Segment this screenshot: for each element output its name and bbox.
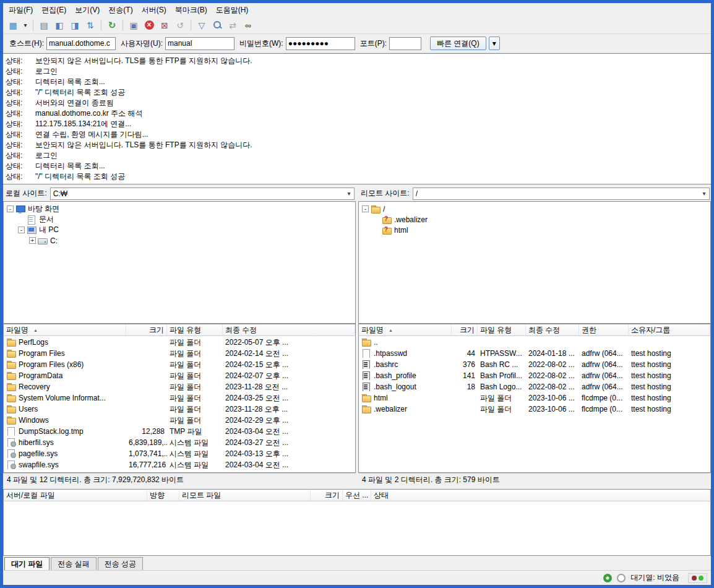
toggle-queue-icon[interactable]: ⇅ [83, 19, 98, 32]
column-header-remote-file[interactable]: 리모트 파일 [179, 490, 311, 501]
column-header-filename[interactable]: 파일명▲ [359, 324, 452, 335]
remote-path-combo[interactable]: / ▾ [413, 188, 710, 200]
filter-icon[interactable]: ▽ [194, 19, 209, 32]
local-directory-tree[interactable]: 바탕 화면 문서 내 PC [3, 201, 356, 324]
toggle-log-icon[interactable]: ▤ [37, 19, 51, 32]
speed-limit-icon[interactable] [617, 574, 626, 582]
table-row[interactable]: swapfile.sys 16,777,216 시스템 파일 2024-03-0… [4, 459, 355, 470]
table-row[interactable]: html 파일 폴더 2023-10-06 ... flcdmpe (0... … [359, 392, 710, 404]
table-row[interactable]: .htpasswd 44 HTPASSW... 2024-01-18 ... a… [359, 348, 710, 359]
table-row[interactable]: DumpStack.log.tmp 12,288 TMP 파일 2024-03-… [4, 426, 355, 437]
username-input[interactable] [165, 37, 234, 50]
tree-item[interactable]: html [360, 225, 709, 235]
tree-item[interactable]: / [360, 204, 709, 214]
tree-expander-icon[interactable] [362, 205, 369, 212]
table-row[interactable]: .bashrc 376 Bash RC ... 2022-08-02 ... a… [359, 359, 710, 370]
toggle-remote-tree-icon[interactable]: ◨ [67, 19, 82, 32]
file-name: Recovery [19, 383, 50, 391]
menu-item[interactable]: 북마크(B) [171, 3, 212, 17]
message-log[interactable]: 상태: 보안되지 않은 서버입니다. TLS를 통한 FTP를 지원하지 않습니… [3, 53, 711, 184]
parent-folder-icon [361, 338, 371, 347]
menu-item[interactable]: 보기(V) [71, 3, 104, 17]
column-header-size[interactable]: 크기 [126, 324, 167, 335]
column-header-size[interactable]: 크기 [311, 490, 343, 501]
tree-expander-icon[interactable] [7, 205, 14, 212]
transfer-queue-list[interactable] [3, 501, 711, 556]
refresh-icon[interactable]: ↻ [105, 19, 119, 32]
disconnect-icon[interactable]: ⊠ [157, 19, 172, 32]
table-row[interactable]: Users 파일 폴더 2023-11-28 오후 ... [4, 404, 355, 415]
host-input[interactable] [46, 37, 116, 50]
file-owner: ttest hosting [629, 405, 710, 413]
column-header-modified[interactable]: 최종 수정 [526, 324, 579, 335]
table-row[interactable]: Recovery 파일 폴더 2023-11-28 오전 ... [4, 381, 355, 392]
tree-expander-icon[interactable] [29, 237, 36, 244]
toggle-local-tree-icon[interactable]: ◧ [52, 19, 67, 32]
tree-item[interactable]: .webalizer [360, 214, 709, 225]
column-header-status[interactable]: 상태 [371, 490, 710, 501]
tree-item[interactable]: C: [5, 235, 354, 246]
menu-item[interactable]: 서버(S) [137, 3, 171, 17]
site-manager-icon[interactable]: ▦ [6, 19, 20, 32]
tree-expander-icon[interactable] [373, 216, 380, 223]
table-row[interactable]: PerfLogs 파일 폴더 2022-05-07 오후 ... [4, 337, 355, 348]
tree-item-label: 내 PC [37, 225, 59, 235]
menu-item[interactable]: 전송(T) [104, 3, 137, 17]
column-header-owner[interactable]: 소유자/그룹 [629, 324, 710, 335]
tab-failed-transfers[interactable]: 전송 실패 [51, 557, 96, 570]
table-row[interactable]: Program Files 파일 폴더 2024-02-14 오전 ... [4, 348, 355, 359]
column-header-type[interactable]: 파일 유형 [167, 324, 223, 335]
menu-item[interactable]: 편집(E) [37, 3, 71, 17]
toolbar-separator [30, 19, 36, 32]
folder-icon [6, 360, 16, 369]
table-row[interactable]: .bash_profile 141 Bash Profil... 2022-08… [359, 370, 710, 381]
table-row[interactable]: pagefile.sys 1,073,741,... 시스템 파일 2024-0… [4, 448, 355, 459]
table-row[interactable]: Windows 파일 폴더 2024-02-29 오후 ... [4, 415, 355, 426]
tab-successful-transfers[interactable]: 전송 성공 [98, 557, 143, 570]
port-input[interactable] [389, 37, 421, 50]
menu-item[interactable]: 파일(F) [4, 3, 37, 17]
local-path-combo[interactable]: C:₩ ▾ [50, 188, 355, 200]
column-header-server-local-file[interactable]: 서버/로컬 파일 [4, 490, 147, 501]
settings-icon[interactable] [603, 574, 612, 582]
process-queue-icon[interactable]: ▣ [126, 19, 141, 32]
table-row[interactable]: System Volume Informat... 파일 폴더 2024-03-… [4, 392, 355, 404]
reconnect-icon[interactable]: ↺ [173, 19, 187, 32]
column-header-type[interactable]: 파일 유형 [478, 324, 526, 335]
column-header-direction[interactable]: 방향 [147, 490, 179, 501]
table-row[interactable]: .bash_logout 18 Bash Logo... 2022-08-02 … [359, 381, 710, 392]
tree-expander-icon[interactable] [18, 216, 25, 223]
tree-expander-icon[interactable] [373, 227, 380, 233]
quickconnect-button[interactable]: 빠른 연결(Q) [430, 37, 486, 50]
chevron-down-icon: ▾ [699, 190, 709, 197]
local-file-panel: 파일명▲ 크기 파일 유형 최종 수정 PerfLogs 파일 폴더 2022-… [3, 324, 356, 486]
tree-item[interactable]: 문서 [5, 214, 354, 225]
cancel-icon[interactable]: × [142, 19, 157, 32]
site-manager-dropdown-icon[interactable]: ▾ [21, 19, 30, 32]
table-row[interactable]: .. [359, 337, 710, 348]
sync-browsing-icon[interactable]: ⇄ [225, 19, 240, 32]
tab-queued-files[interactable]: 대기 파일 [4, 557, 49, 570]
remote-directory-tree[interactable]: / .webalizer html [358, 201, 711, 324]
column-header-permissions[interactable]: 권한 [579, 324, 629, 335]
column-header-modified[interactable]: 최종 수정 [223, 324, 355, 335]
find-icon[interactable]: ∞ [241, 19, 256, 32]
table-row[interactable]: Program Files (x86) 파일 폴더 2024-02-15 오후 … [4, 359, 355, 370]
tree-item[interactable]: 내 PC [5, 225, 354, 235]
column-header-filename[interactable]: 파일명▲ [4, 324, 126, 335]
compare-icon[interactable] [210, 19, 225, 32]
password-input[interactable] [286, 37, 355, 50]
file-name: .htpasswd [374, 349, 407, 358]
table-row[interactable]: ProgramData 파일 폴더 2024-02-07 오후 ... [4, 370, 355, 381]
column-header-priority[interactable]: 우선 ... [343, 490, 371, 501]
log-message: 로그인 [35, 150, 58, 161]
table-row[interactable]: .webalizer 파일 폴더 2023-10-06 ... flcdmpe … [359, 404, 710, 415]
local-file-list[interactable]: PerfLogs 파일 폴더 2022-05-07 오후 ... Program… [3, 336, 356, 473]
remote-file-list[interactable]: .. .htpasswd 44 HTPASSW... 2024-01-18 ..… [358, 336, 711, 473]
table-row[interactable]: hiberfil.sys 6,839,189,... 시스템 파일 2024-0… [4, 437, 355, 448]
menu-item[interactable]: 도움말(H) [212, 3, 253, 17]
tree-expander-icon[interactable] [18, 227, 25, 233]
column-header-size[interactable]: 크기 [452, 324, 478, 335]
tree-item[interactable]: 바탕 화면 [5, 204, 354, 214]
quickconnect-dropdown-button[interactable]: ▾ [489, 37, 500, 50]
